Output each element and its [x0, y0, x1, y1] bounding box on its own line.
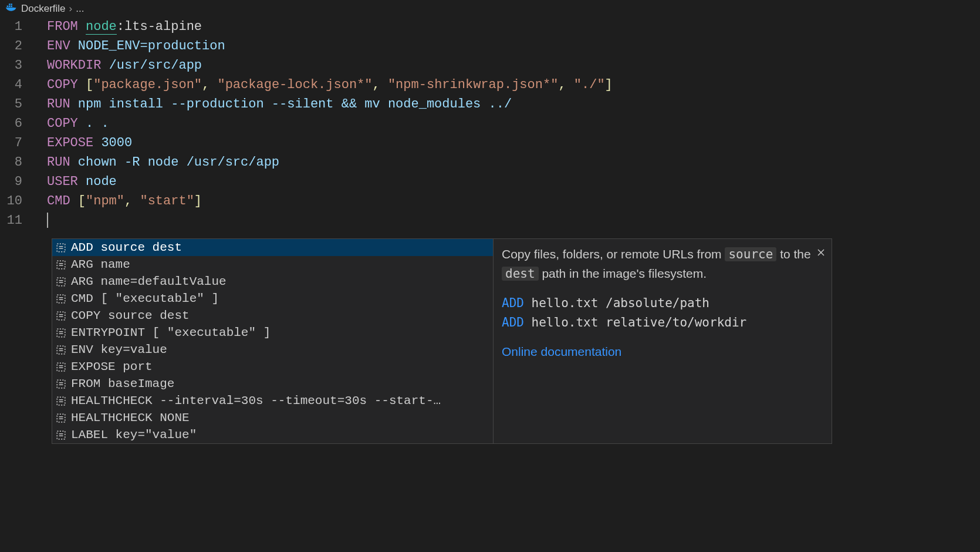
code-line[interactable]: 10CMD ["npm", "start"]: [0, 191, 980, 211]
svg-rect-35: [57, 414, 65, 422]
suggestion-item[interactable]: CMD [ "executable" ]: [52, 290, 493, 307]
line-content[interactable]: COPY ["package.json", "package-lock.json…: [36, 75, 613, 95]
line-content[interactable]: RUN chown -R node /usr/src/app: [36, 153, 279, 172]
suggestion-label: ENTRYPOINT [ "executable" ]: [71, 326, 271, 339]
snippet-icon: [56, 277, 66, 287]
suggestion-list[interactable]: ADD source destARG nameARG name=defaultV…: [52, 239, 494, 443]
breadcrumb-tail[interactable]: ...: [76, 3, 84, 15]
svg-rect-26: [57, 363, 65, 371]
snippet-icon: [56, 294, 66, 304]
svg-rect-5: [57, 244, 65, 252]
line-content[interactable]: COPY . .: [36, 114, 109, 133]
intellisense-popup: ADD source destARG nameARG name=defaultV…: [52, 238, 832, 444]
snippet-icon: [56, 345, 66, 355]
suggestion-label: HEALTHCHECK NONE: [71, 411, 190, 425]
line-content[interactable]: ENV NODE_ENV=production: [36, 36, 225, 56]
line-content[interactable]: WORKDIR /usr/src/app: [36, 56, 202, 75]
suggestion-item[interactable]: COPY source dest: [52, 307, 493, 324]
docker-icon: [6, 2, 18, 15]
snippet-icon: [56, 413, 66, 423]
line-number: 6: [0, 114, 36, 133]
svg-rect-29: [57, 380, 65, 388]
snippet-icon: [56, 362, 66, 372]
suggestion-label: ARG name=defaultValue: [71, 275, 227, 288]
suggestion-label: LABEL key="value": [71, 428, 197, 442]
code-line[interactable]: 7EXPOSE 3000: [0, 133, 980, 153]
line-number: 5: [0, 95, 36, 114]
breadcrumb-file[interactable]: Dockerfile: [21, 3, 66, 15]
code-line[interactable]: 8RUN chown -R node /usr/src/app: [0, 153, 980, 172]
suggestion-label: HEALTHCHECK --interval=30s --timeout=30s…: [71, 394, 441, 408]
code-editor[interactable]: 1FROM node:lts-alpine2ENV NODE_ENV=produ…: [0, 17, 980, 230]
svg-rect-20: [57, 329, 65, 337]
code-line[interactable]: 11: [0, 211, 980, 230]
snippet-icon: [56, 260, 66, 270]
svg-rect-11: [57, 278, 65, 286]
snippet-icon: [56, 379, 66, 389]
code-line[interactable]: 3WORKDIR /usr/src/app: [0, 56, 980, 75]
code-chip-dest: dest: [502, 267, 539, 281]
text-cursor: [47, 213, 48, 228]
svg-rect-32: [57, 397, 65, 405]
svg-rect-0: [7, 6, 8, 8]
doc-link[interactable]: Online documentation: [502, 342, 621, 362]
suggestion-item[interactable]: ENV key=value: [52, 341, 493, 358]
svg-rect-14: [57, 295, 65, 303]
line-number: 8: [0, 153, 36, 172]
suggestion-label: EXPOSE port: [71, 360, 153, 373]
suggestion-item[interactable]: LABEL key="value": [52, 426, 493, 443]
snippet-icon: [56, 328, 66, 338]
snippet-icon: [56, 396, 66, 406]
doc-description: Copy files, folders, or remote URLs from…: [502, 245, 823, 283]
line-number: 1: [0, 17, 36, 36]
line-number: 3: [0, 56, 36, 75]
line-number: 2: [0, 36, 36, 56]
code-line[interactable]: 5RUN npm install --production --silent &…: [0, 95, 980, 114]
suggestion-label: CMD [ "executable" ]: [71, 292, 219, 305]
suggestion-label: ARG name: [71, 258, 130, 271]
svg-rect-38: [57, 431, 65, 439]
code-line[interactable]: 4COPY ["package.json", "package-lock.jso…: [0, 75, 980, 95]
svg-rect-17: [57, 312, 65, 320]
close-icon[interactable]: [816, 244, 826, 263]
code-line[interactable]: 6COPY . .: [0, 114, 980, 133]
suggestion-item[interactable]: ENTRYPOINT [ "executable" ]: [52, 324, 493, 341]
svg-rect-23: [57, 346, 65, 354]
code-chip-source: source: [725, 247, 776, 261]
doc-example-1: ADD hello.txt /absolute/path: [502, 294, 823, 313]
line-content[interactable]: CMD ["npm", "start"]: [36, 191, 202, 211]
snippet-icon: [56, 243, 66, 253]
suggestion-label: ENV key=value: [71, 343, 167, 356]
chevron-right-icon: ›: [69, 3, 73, 15]
suggestion-label: COPY source dest: [71, 309, 190, 322]
svg-rect-3: [9, 4, 11, 5]
breadcrumb[interactable]: Dockerfile › ...: [0, 0, 980, 17]
line-number: 7: [0, 133, 36, 153]
suggestion-item[interactable]: ARG name: [52, 256, 493, 273]
snippet-icon: [56, 430, 66, 440]
line-content[interactable]: FROM node:lts-alpine: [36, 17, 202, 36]
svg-rect-8: [57, 261, 65, 269]
svg-rect-4: [11, 4, 12, 5]
suggestion-item[interactable]: ADD source dest: [52, 239, 493, 256]
line-content[interactable]: EXPOSE 3000: [36, 133, 132, 153]
line-number: 10: [0, 191, 36, 211]
line-content[interactable]: RUN npm install --production --silent &&…: [36, 95, 512, 114]
line-content[interactable]: [36, 211, 48, 230]
suggestion-item[interactable]: HEALTHCHECK NONE: [52, 409, 493, 426]
line-number: 11: [0, 211, 36, 230]
suggestion-label: ADD source dest: [71, 241, 182, 254]
snippet-icon: [56, 311, 66, 321]
line-content[interactable]: USER node: [36, 172, 117, 191]
suggestion-item[interactable]: FROM baseImage: [52, 375, 493, 392]
code-line[interactable]: 2ENV NODE_ENV=production: [0, 36, 980, 56]
suggestion-item[interactable]: HEALTHCHECK --interval=30s --timeout=30s…: [52, 392, 493, 409]
svg-rect-2: [11, 6, 12, 8]
code-line[interactable]: 1FROM node:lts-alpine: [0, 17, 980, 36]
code-line[interactable]: 9USER node: [0, 172, 980, 191]
suggestion-label: FROM baseImage: [71, 377, 174, 391]
svg-rect-1: [9, 6, 11, 8]
suggestion-item[interactable]: EXPOSE port: [52, 358, 493, 375]
line-number: 9: [0, 172, 36, 191]
suggestion-item[interactable]: ARG name=defaultValue: [52, 273, 493, 290]
